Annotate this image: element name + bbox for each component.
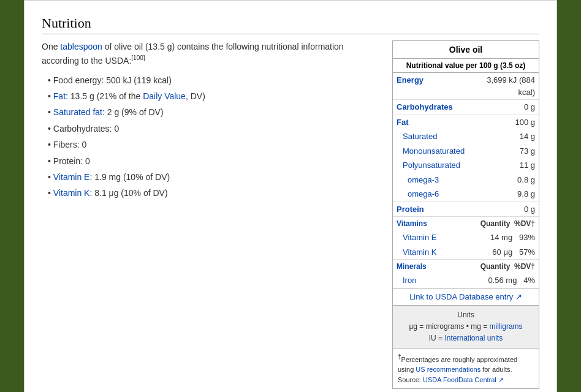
energy-link[interactable]: Energy <box>397 75 423 85</box>
row-value: 0 g <box>468 202 539 217</box>
list-item: Fat: 13.5 g (21% of the Daily Value, DV) <box>48 89 380 103</box>
omega3-link[interactable]: omega-3 <box>408 175 439 184</box>
vitamins-col-header: Quantity %DV† <box>468 217 539 231</box>
item-label: Food energy: <box>53 75 104 85</box>
row-value: 11 g <box>468 158 539 173</box>
list-item: Vitamin E: 1.9 mg (10% of DV) <box>48 170 380 184</box>
minerals-header-row: Minerals Quantity %DV† <box>393 260 539 274</box>
row-label: Carbohydrates <box>393 100 468 115</box>
item-value: 13.5 g (21% of the <box>68 91 143 101</box>
usda-link[interactable]: Link to USDA Database entry ↗ <box>409 292 522 301</box>
row-value: 73 g <box>468 144 539 159</box>
table-row: Monounsaturated 73 g <box>393 144 539 159</box>
nutrition-table: Olive oil Nutritional value per 100 g (3… <box>392 40 539 389</box>
nutrition-list: Food energy: 500 kJ (119 kcal) Fat: 13.5… <box>42 74 380 200</box>
list-item: Fibers: 0 <box>48 138 380 151</box>
item-value-end: , DV) <box>186 91 205 101</box>
list-item: Protein: 0 <box>48 154 380 168</box>
carbohydrates-link[interactable]: Carbohydrates <box>397 102 453 111</box>
fat-link[interactable]: Fat: <box>53 91 68 101</box>
page-title: Nutrition <box>42 15 539 34</box>
row-value: 0 g <box>468 100 539 115</box>
list-item: Vitamin K: 8.1 μg (10% of DV) <box>48 186 380 200</box>
protein-link[interactable]: Protein <box>397 205 424 214</box>
item-value: 500 kJ (119 kcal) <box>104 75 172 85</box>
row-value: 100 g <box>468 115 539 129</box>
units-line2: IU = International units <box>398 333 534 344</box>
intro-paragraph: One tablespoon of olive oil (13.5 g) con… <box>42 40 380 67</box>
row-value: 9.8 g <box>468 187 539 202</box>
vitamin-e-label: Vitamin E <box>393 230 468 245</box>
footnote-line2: using US recommendations for adults. <box>398 364 534 375</box>
row-value: 0.8 g <box>468 173 539 187</box>
monounsaturated-link[interactable]: Monounsaturated <box>403 146 465 156</box>
item-label: Protein: <box>53 156 83 166</box>
vitamin-k-link[interactable]: Vitamin K <box>403 247 436 257</box>
reference-sup: [100] <box>131 55 145 61</box>
table-row: omega-6 9.8 g <box>393 187 539 202</box>
dv-header: %DV† <box>514 219 535 228</box>
table-title: Olive oil <box>393 41 539 59</box>
footnote-box: †Percentages are roughly approximated us… <box>393 348 539 388</box>
left-column: One tablespoon of olive oil (13.5 g) con… <box>42 40 380 203</box>
main-nutrition-table: Energy 3,699 kJ (884 kcal) Carbohydrates… <box>393 73 539 288</box>
row-label: omega-6 <box>393 187 468 202</box>
row-label: Fat <box>393 115 468 129</box>
footnote-line1: †Percentages are roughly approximated <box>398 352 534 364</box>
table-row: Carbohydrates 0 g <box>393 100 539 115</box>
vitamin-k-link[interactable]: Vitamin K: <box>53 188 93 198</box>
list-item: Food energy: 500 kJ (119 kcal) <box>48 74 380 87</box>
vitamin-e-value: 14 mg 93% <box>468 230 539 245</box>
saturated-link[interactable]: Saturated <box>403 132 437 141</box>
table-row: omega-3 0.8 g <box>393 173 539 187</box>
daily-value-link[interactable]: Daily Value <box>143 91 186 101</box>
vitamin-k-value: 60 μg 57% <box>468 245 539 260</box>
item-value: 0 <box>80 140 87 149</box>
table-row: Fat 100 g <box>393 115 539 129</box>
row-label: Monounsaturated <box>393 144 468 159</box>
footnote-line3: Source: USDA FoodData Central ↗ <box>398 375 534 385</box>
row-value: 3,699 kJ (884 kcal) <box>468 73 539 100</box>
iron-value: 0.56 mg 4% <box>468 273 539 288</box>
saturated-fat-link[interactable]: Saturated fat: <box>53 107 105 117</box>
content-layout: One tablespoon of olive oil (13.5 g) con… <box>42 40 539 389</box>
item-value: 1.9 mg (10% of DV) <box>92 172 170 182</box>
item-value: 0 <box>83 156 90 166</box>
table-row: Polyunsaturated 11 g <box>393 158 539 173</box>
quantity-header: Quantity <box>480 219 511 228</box>
row-label: Protein <box>393 202 468 217</box>
usda-fooddata-link[interactable]: USDA FoodData Central ↗ <box>423 376 504 383</box>
item-value: 2 g (9% of DV) <box>105 107 164 117</box>
table-subtitle: Nutritional value per 100 g (3.5 oz) <box>393 59 539 73</box>
intro-text-before: One <box>42 42 60 51</box>
table-row: Protein 0 g <box>393 202 539 217</box>
row-value: 14 g <box>468 129 539 144</box>
vitamins-header-row: Vitamins Quantity %DV† <box>393 217 539 231</box>
list-item: Carbohydrates: 0 <box>48 122 380 135</box>
fat-link[interactable]: Fat <box>397 118 409 127</box>
page-container: Nutrition One tablespoon of olive oil (1… <box>24 0 557 392</box>
polyunsaturated-link[interactable]: Polyunsaturated <box>403 160 460 170</box>
minerals-col-header: Quantity %DV† <box>468 260 539 274</box>
tablespoon-link[interactable]: tablespoon <box>60 42 102 51</box>
us-recommendations-link[interactable]: US recommendations <box>416 366 480 373</box>
vitamin-e-link[interactable]: Vitamin E <box>403 233 436 242</box>
table-row: Vitamin E 14 mg 93% <box>393 230 539 245</box>
row-label: omega-3 <box>393 173 468 187</box>
omega6-link[interactable]: omega-6 <box>408 189 439 198</box>
table-row: Iron 0.56 mg 4% <box>393 273 539 288</box>
minerals-quantity-header: Quantity <box>480 262 511 271</box>
table-row: Energy 3,699 kJ (884 kcal) <box>393 73 539 100</box>
vitamin-e-link[interactable]: Vitamin E: <box>53 172 93 182</box>
international-units-link[interactable]: International units <box>444 334 503 342</box>
vitamin-k-label: Vitamin K <box>393 245 468 260</box>
iron-link[interactable]: Iron <box>403 276 416 285</box>
iron-label: Iron <box>393 273 468 288</box>
units-line1: μg = micrograms • mg = milligrams <box>398 321 534 333</box>
row-label: Energy <box>393 73 468 100</box>
units-box: Units μg = micrograms • mg = milligrams … <box>393 305 539 349</box>
milligrams-link[interactable]: milligrams <box>490 322 523 331</box>
minerals-label: Minerals <box>393 260 468 274</box>
item-label: Carbohydrates: <box>53 124 112 134</box>
table-row: Saturated 14 g <box>393 129 539 144</box>
